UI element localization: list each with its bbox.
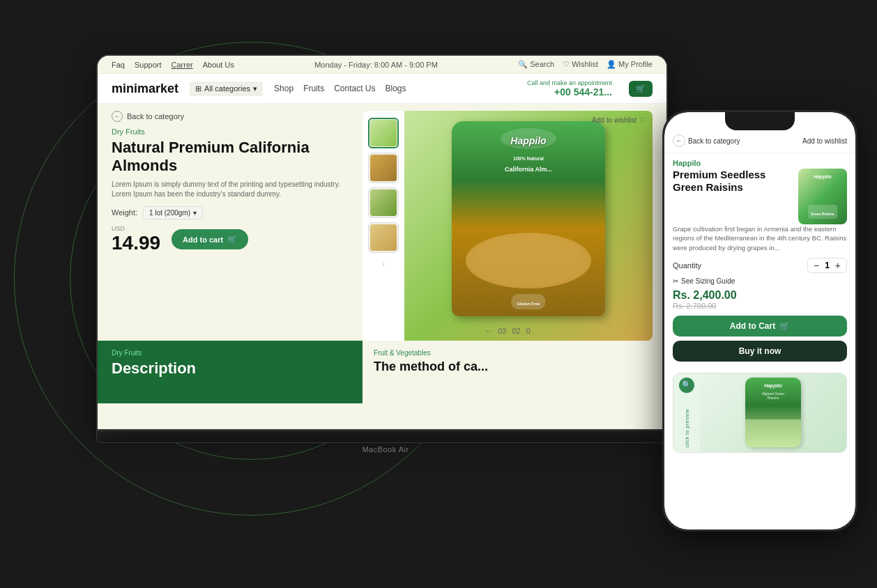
phone-screen: ← Back to category Add to wishlist Happi… [664, 112, 855, 529]
description-section: Dry Fruits Description Fruit & Vegetable… [98, 341, 666, 403]
faq-link[interactable]: Faq [112, 61, 125, 69]
phone-wishlist-btn[interactable]: Add to wishlist [802, 137, 847, 145]
thumbnail-2[interactable] [368, 153, 399, 183]
preview-card: 🔍 click to preview Happilo Afghani Green… [673, 373, 847, 453]
about-link[interactable]: About Us [203, 61, 234, 69]
search-link[interactable]: 🔍 Search [518, 60, 554, 69]
phone-product-info: Happilo Premium Seedless Green Raisins H… [664, 153, 855, 373]
bag-subtitle: 100% Natural [513, 156, 544, 161]
phone-add-cart-label: Add to Cart [730, 321, 775, 331]
bag-product-name: California Alm... [505, 167, 552, 173]
almond-visual [466, 233, 591, 288]
thumbnail-list: ↓ [363, 111, 404, 341]
preview-brand: Happilo [764, 383, 782, 388]
weight-label: Weight: [112, 208, 137, 217]
profile-link[interactable]: 👤 My Profile [607, 60, 653, 69]
phone-title-col: Premium Seedless Green Raisins [673, 169, 793, 198]
desc-right-text: The method of ca... [374, 359, 655, 374]
sizing-guide-btn[interactable]: ✂ See Sizing Guide [673, 277, 847, 285]
phone-buy-now-button[interactable]: Buy it now [673, 341, 847, 362]
page-03[interactable]: 03 [498, 327, 506, 335]
preview-left-panel: 🔍 click to preview [673, 373, 700, 452]
blogs-link[interactable]: Blogs [385, 84, 406, 93]
bag-brand-text: Happilo [510, 135, 546, 146]
phone-cart-icon: 🛒 [779, 321, 790, 331]
phone-number: +00 544-21... [527, 86, 612, 98]
back-icon: ← [112, 111, 123, 122]
qty-increase-btn[interactable]: + [834, 260, 842, 271]
cart-icon: 🛒 [227, 235, 237, 244]
main-nav: minimarket ⊞ All categories ▾ Shop Fruit… [98, 74, 666, 104]
desc-right-category: Fruit & Vegetables [374, 349, 655, 357]
desc-title: Description [112, 359, 349, 378]
quantity-label: Quantity [673, 261, 701, 270]
chevron-down-icon: ▾ [253, 84, 257, 93]
laptop-model-label: MacBook Air [96, 445, 675, 454]
laptop-base [96, 431, 668, 443]
qty-value: 1 [825, 261, 830, 270]
grid-icon: ⊞ [195, 84, 201, 93]
phone-back-btn[interactable]: ← Back to category [673, 134, 740, 147]
page-01[interactable]: 0 [526, 327, 531, 335]
description-right: Fruit & Vegetables The method of ca... [363, 341, 666, 403]
all-categories-label: All categories [204, 84, 250, 93]
page-02[interactable]: 02 [512, 327, 520, 335]
thumbnail-4[interactable] [368, 222, 399, 253]
thumbnail-3[interactable] [368, 187, 399, 218]
product-description: Lorem Ipsum is simply dummy text of the … [112, 180, 349, 199]
scroll-indicator: ↓ [382, 260, 386, 268]
product-price: 14.99 [112, 232, 160, 254]
price-row: USD 14.99 Add to cart 🛒 [112, 225, 349, 254]
phone-wishlist-label: Add to wishlist [802, 137, 847, 145]
preview-bag-bottom [745, 419, 801, 447]
wishlist-link[interactable]: ♡ Wishlist [563, 60, 598, 69]
phone-section: Call and make an appointment +00 544-21.… [527, 79, 612, 98]
all-categories-btn[interactable]: ⊞ All categories ▾ [190, 82, 263, 96]
bag-visual: Happilo 100% Natural California Alm... G… [452, 121, 605, 316]
phone-price: Rs. 2,400.00 [673, 289, 847, 302]
carrer-link[interactable]: Carrer [171, 61, 193, 69]
phone-add-to-cart-button[interactable]: Add to Cart 🛒 [673, 316, 847, 336]
cart-button[interactable]: 🛒 [629, 81, 653, 97]
laptop-device: Faq Support Carrer About Us Monday - Fri… [96, 54, 675, 500]
business-hours: Monday - Friday: 8:00 AM - 9:00 PM [314, 61, 438, 69]
phone-back-label: Back to category [688, 137, 740, 145]
weight-value: 1 lot (200gm) [149, 209, 190, 217]
weight-row: Weight: 1 lot (200gm) ▾ [112, 206, 349, 219]
phone-product-image: Happilo Green Raisins [798, 169, 847, 224]
top-bar-actions: 🔍 Search ♡ Wishlist 👤 My Profile [518, 60, 653, 69]
weight-select[interactable]: 1 lot (200gm) ▾ [143, 206, 203, 219]
top-bar-links: Faq Support Carrer About Us [112, 61, 234, 69]
back-circle-icon: ← [673, 134, 685, 147]
product-info: ← Back to category Dry Fruits Natural Pr… [112, 111, 349, 341]
price-block: USD 14.99 [112, 225, 160, 254]
preview-image[interactable]: Happilo Afghani GreenRaisins [700, 373, 846, 452]
add-to-cart-button[interactable]: Add to cart 🛒 [171, 229, 248, 249]
top-bar: Faq Support Carrer About Us Monday - Fri… [98, 56, 666, 74]
fruits-link[interactable]: Fruits [303, 84, 324, 93]
support-link[interactable]: Support [135, 61, 162, 69]
heart-icon: ♡ [639, 116, 646, 124]
main-product-image: Happilo 100% Natural California Alm... G… [404, 111, 653, 341]
phone-brand: Happilo [673, 159, 847, 167]
brand-logo[interactable]: minimarket [112, 82, 178, 96]
chevron-down-icon: ▾ [193, 209, 197, 217]
shop-link[interactable]: Shop [274, 84, 293, 93]
product-title: Natural Premium California Almonds [112, 139, 349, 176]
gluten-free-text: Gluten Free [517, 302, 540, 306]
wishlist-btn[interactable]: Add to wishlist ♡ [592, 116, 646, 124]
phone-product-title: Premium Seedless Green Raisins [673, 169, 793, 194]
pagination: ← 03 02 0 [485, 327, 531, 335]
thumbnail-1[interactable] [368, 118, 399, 148]
contact-us-link[interactable]: Contact Us [334, 84, 375, 93]
gluten-free-badge: Gluten Free [511, 294, 545, 309]
preview-search-icon[interactable]: 🔍 [679, 378, 694, 393]
price-row: Rs. 2,400.00 Rs. 2,700.00 [673, 289, 847, 310]
page-arrow-left[interactable]: ← [485, 327, 492, 335]
qty-decrease-btn[interactable]: − [812, 260, 821, 271]
preview-bag: Happilo Afghani GreenRaisins [745, 378, 801, 447]
phone-device: ← Back to category Add to wishlist Happi… [662, 110, 857, 542]
preview-sublabel: Afghani GreenRaisins [762, 392, 784, 400]
back-to-category-btn[interactable]: ← Back to category [112, 111, 349, 122]
sizing-label: See Sizing Guide [681, 277, 735, 285]
